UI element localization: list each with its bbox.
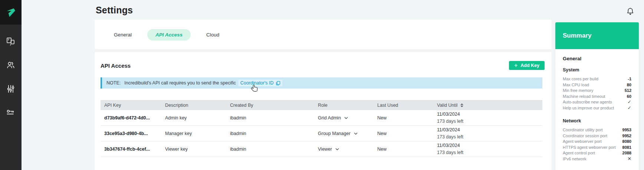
cell-valid-until: 11/03/2024 173 days left [437,111,542,125]
summary-header: Summary [555,22,639,49]
settings-tabs: General API Access Cloud [95,20,552,49]
check-icon: ✓ [628,99,631,105]
incredibuild-logo[interactable] [0,0,22,25]
summary-row: Auto-subscribe new agents ✓ [563,99,631,105]
note-label: NOTE: [106,80,121,86]
cell-api-key: 3b347674-ffcb-4cef... [101,147,165,152]
summary-row: Agent webserver port 8080 [563,139,631,145]
cell-description: Admin key [165,115,230,121]
note-banner: NOTE: Incredibuild's API call requires y… [101,77,542,89]
add-key-label: Add Key [520,63,539,68]
summary-panel: Summary General System Max cores per bui… [555,22,639,170]
chevron-down-icon [344,117,348,119]
cell-last-used: New [377,147,437,152]
notifications-button[interactable] [625,7,635,17]
col-created-by: Created By [230,103,318,108]
tab-general[interactable]: General [114,32,132,38]
plus-icon: + [514,62,518,68]
api-access-title: API Access [101,62,131,69]
summary-row: Agent control port 2088 [563,150,631,156]
cell-valid-until: 11/03/2024 173 days left [437,126,542,141]
incredibuild-logo-icon [5,7,16,18]
api-access-card: API Access + Add Key NOTE: Incredibuild'… [95,52,552,170]
key-icon [6,108,16,118]
role-dropdown[interactable]: Viewer [318,147,377,152]
summary-row: IPv6 network ✕ [563,156,631,162]
summary-general-heading: General [563,56,631,61]
coordinators-id-label: Coordinator's ID [240,80,274,86]
cell-created-by: ibadmin [230,131,318,136]
table-row[interactable]: 33ce95a3-d980-4b... Manager key ibadmin … [101,126,542,141]
sidebar-item-agents[interactable] [0,29,22,53]
summary-system-heading: System [563,67,631,73]
summary-title: Summary [563,32,591,39]
api-keys-table: API Key Description Created By Role Last… [101,100,542,157]
add-key-button[interactable]: + Add Key [509,61,545,70]
settings-page: Settings General API Access Cloud API Ac… [0,0,644,170]
sidebar-item-api-keys[interactable] [0,101,22,125]
col-description: Description [165,103,230,108]
col-last-used: Last Used [377,103,437,108]
table-row[interactable]: d73b9af6-d472-4d0... Admin key ibadmin G… [101,110,542,126]
cell-description: Viewer key [165,147,230,152]
cross-icon: ✕ [628,156,631,162]
summary-row: HTTPS agent webserver port 8081 [563,145,631,151]
cell-description: Manager key [165,131,230,136]
api-access-header: API Access + Add Key [101,52,546,71]
coordinators-id-link[interactable]: Coordinator's ID [239,80,282,86]
role-dropdown[interactable]: Grid Admin [318,115,377,121]
cell-created-by: ibadmin [230,115,318,121]
summary-row: Machine reload timeout 60 [563,94,631,100]
agents-icon [6,36,16,46]
bell-icon [625,7,635,17]
page-title: Settings [96,5,133,16]
sliders-icon [6,84,16,94]
cell-api-key: 33ce95a3-d980-4b... [101,131,165,136]
summary-network-heading: Network [563,118,631,124]
cell-api-key: d73b9af6-d472-4d0... [101,115,165,121]
chevron-down-icon [354,132,358,135]
sidebar [0,0,22,170]
sidebar-item-users[interactable] [0,53,22,77]
role-dropdown[interactable]: Group Manager [318,131,377,136]
table-row[interactable]: 3b347674-ffcb-4cef... Viewer key ibadmin… [101,141,542,157]
cell-last-used: New [377,115,437,121]
sidebar-item-settings[interactable] [0,77,22,101]
summary-row: Coordinator utility port 9953 [563,127,631,133]
users-icon [6,60,16,70]
summary-row: Coordinator session port 9952 [563,133,631,139]
sort-updown-icon[interactable] [460,103,463,107]
col-api-key: API Key [101,103,165,108]
summary-body: General System Max cores per build -1 Ma… [555,49,639,162]
tab-cloud[interactable]: Cloud [206,32,219,38]
summary-row: Min free memory 512 [563,88,631,94]
copy-icon[interactable] [276,81,280,86]
summary-row: Help us improve our product ✓ [563,105,631,111]
check-icon: ✓ [628,105,631,111]
col-valid-until[interactable]: Valid Until [437,103,542,108]
sidebar-nav [0,25,22,125]
note-text: Incredibuild's API call requires you to … [124,80,236,86]
cell-created-by: ibadmin [230,147,318,152]
cell-valid-until: 11/03/2024 173 days left [437,142,542,156]
cell-last-used: New [377,131,437,136]
summary-row: Max CPU load 80 [563,82,631,88]
tab-api-access[interactable]: API Access [147,29,191,41]
table-header: API Key Description Created By Role Last… [101,100,542,110]
chevron-down-icon [335,148,339,150]
col-role: Role [318,103,377,108]
summary-row: Max cores per build -1 [563,76,631,82]
